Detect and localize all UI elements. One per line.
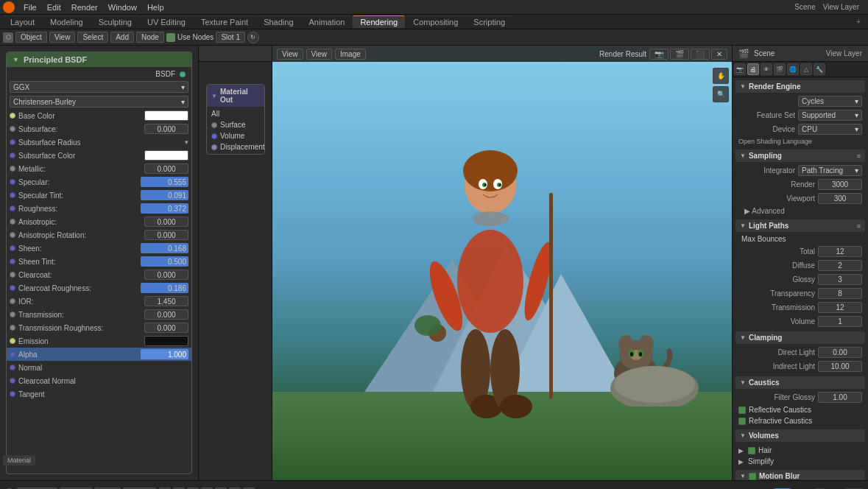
volumes-header[interactable]: ▼ Volumes — [735, 429, 865, 442]
render-btn-2[interactable]: 🎬 — [670, 49, 689, 60]
emission-color-swatch[interactable] — [144, 336, 188, 346]
prop-tab-scene[interactable]: 🎬 — [774, 63, 786, 75]
collapse-icon[interactable]: ▼ — [13, 56, 19, 63]
node-row-clearcoat-normal: Clearcoat Normal — [7, 374, 191, 387]
prop-tab-object[interactable]: △ — [800, 63, 812, 75]
subsurface-color-swatch[interactable] — [144, 150, 188, 161]
subsurface-value[interactable]: 0.000 — [144, 124, 188, 134]
device-dropdown[interactable]: CPU ▾ — [798, 124, 862, 135]
material-out-collapse[interactable]: ▼ — [211, 93, 217, 99]
view2-toolbar-btn[interactable]: View — [306, 49, 333, 60]
clamping-header[interactable]: ▼ Clamping — [735, 331, 865, 344]
subsurface-method-dropdown[interactable]: Christensen-Burley ▾ — [10, 96, 188, 108]
select-menu-btn[interactable]: Select — [77, 32, 108, 43]
refractive-checkbox[interactable] — [738, 418, 746, 425]
diffuse-value[interactable]: 2 — [818, 260, 862, 271]
advanced-label[interactable]: ▶ Advanced — [738, 207, 785, 215]
slot-dropdown[interactable]: Slot 1 — [216, 32, 245, 43]
render-btn-1[interactable]: 📷 — [649, 49, 668, 60]
volume-value[interactable]: 1 — [818, 316, 862, 327]
prop-tab-output[interactable]: 🖨 — [747, 63, 759, 75]
viewport-samples-value[interactable]: 300 — [818, 193, 862, 204]
editor-type-icon[interactable]: ⬡ — [3, 32, 13, 43]
tab-animation[interactable]: Animation — [302, 15, 353, 28]
roughness-slider[interactable]: 0.372 — [141, 203, 188, 214]
tab-rendering[interactable]: Rendering — [353, 15, 405, 28]
sampling-settings-icon[interactable]: ≡ — [857, 152, 861, 160]
transmission-value[interactable]: 12 — [818, 302, 862, 313]
sheen-slider[interactable]: 0.168 — [141, 243, 188, 253]
refresh-btn[interactable]: ↻ — [247, 32, 259, 43]
transmission-value[interactable]: 0.000 — [144, 309, 188, 320]
motion-blur-header[interactable]: ▼ Motion Blur — [735, 470, 865, 480]
glossy-value[interactable]: 3 — [818, 274, 862, 285]
prop-tab-view[interactable]: 👁 — [761, 63, 772, 75]
prop-tab-modifier[interactable]: 🔧 — [814, 63, 825, 75]
total-value[interactable]: 12 — [818, 246, 862, 257]
transparency-value[interactable]: 8 — [818, 288, 862, 299]
ior-value[interactable]: 1.450 — [144, 296, 188, 306]
specular-slider[interactable]: 0.555 — [141, 177, 188, 187]
clearcoat-roughness-slider[interactable]: 0.186 — [141, 283, 188, 293]
light-paths-settings-icon[interactable]: ≡ — [857, 222, 861, 230]
tab-uv-editing[interactable]: UV Editing — [140, 15, 193, 28]
feature-set-dropdown[interactable]: Supported ▾ — [798, 110, 862, 121]
render-btn-3[interactable]: ⬛ — [691, 49, 710, 60]
indirect-light-value[interactable]: 10.00 — [818, 361, 862, 372]
base-color-swatch[interactable] — [144, 110, 188, 121]
simplify-arrow[interactable]: ▶ — [738, 458, 744, 465]
node-menu-btn[interactable]: Node — [136, 32, 164, 43]
tab-compositing[interactable]: Compositing — [406, 15, 465, 28]
image-toolbar-btn[interactable]: Image — [335, 49, 366, 60]
render-samples-value[interactable]: 3000 — [818, 179, 862, 190]
subsurface-label: Subsurface: — [18, 125, 141, 133]
tab-sculpting[interactable]: Sculpting — [91, 15, 139, 28]
tab-layout[interactable]: Layout — [3, 15, 42, 28]
hair-arrow[interactable]: ▶ — [738, 447, 744, 454]
device-arrow: ▾ — [855, 125, 858, 133]
tab-texture-paint[interactable]: Texture Paint — [194, 15, 255, 28]
anisotropic-rotation-value[interactable]: 0.000 — [144, 230, 188, 240]
clearcoat-value[interactable]: 0.000 — [144, 270, 188, 280]
render-btn-4[interactable]: ✕ — [711, 49, 727, 60]
prop-tab-world[interactable]: 🌐 — [787, 63, 799, 75]
menu-render[interactable]: Render — [67, 1, 102, 13]
hair-checkbox[interactable] — [748, 447, 755, 454]
use-nodes-checkbox[interactable] — [166, 33, 175, 42]
view-menu-btn[interactable]: View — [49, 32, 76, 43]
transmission-roughness-value[interactable]: 0.000 — [144, 323, 188, 333]
tab-scripting[interactable]: Scripting — [466, 15, 512, 28]
menu-edit[interactable]: Edit — [43, 1, 66, 13]
view-toolbar-btn[interactable]: View — [277, 49, 303, 60]
specular-tint-slider[interactable]: 0.091 — [141, 190, 188, 200]
zoom-tool-btn[interactable]: 🔍 — [713, 86, 729, 102]
add-menu-btn[interactable]: Add — [110, 32, 134, 43]
direct-light-value[interactable]: 0.00 — [818, 347, 862, 358]
filter-glossy-value[interactable]: 1.00 — [818, 392, 862, 403]
distribution-dropdown[interactable]: GGX ▾ — [10, 81, 188, 93]
menu-window[interactable]: Window — [104, 1, 141, 13]
integrator-dropdown[interactable]: Path Tracing ▾ — [798, 165, 862, 176]
use-nodes-toggle[interactable]: Use Nodes — [166, 33, 214, 42]
alpha-slider[interactable]: 1.000 — [141, 349, 188, 359]
light-paths-header[interactable]: ▼ Light Paths ≡ — [735, 219, 865, 232]
tab-modeling[interactable]: Modeling — [43, 15, 91, 28]
sheen-tint-slider[interactable]: 0.500 — [141, 256, 188, 267]
subsurface-radius-arrow[interactable]: ▾ — [185, 138, 188, 146]
object-mode-btn[interactable]: Object — [15, 32, 47, 43]
prop-tab-render[interactable]: 📷 — [734, 63, 746, 75]
motion-blur-checkbox[interactable] — [749, 473, 756, 480]
render-engine-dropdown[interactable]: Cycles ▾ — [798, 96, 862, 107]
reflective-checkbox[interactable] — [738, 407, 746, 414]
menu-help[interactable]: Help — [143, 1, 169, 13]
render-engine-header[interactable]: ▼ Render Engine — [735, 80, 865, 93]
alpha-label: Alpha — [18, 351, 138, 359]
material-tab-label[interactable]: Material — [3, 455, 35, 465]
anisotropic-value[interactable]: 0.000 — [144, 217, 188, 227]
menu-file[interactable]: File — [19, 1, 41, 13]
tab-shading[interactable]: Shading — [256, 15, 300, 28]
cursor-tool-btn[interactable]: ✋ — [713, 68, 729, 84]
sampling-header[interactable]: ▼ Sampling ≡ — [735, 149, 865, 162]
metallic-value[interactable]: 0.000 — [144, 163, 188, 174]
caustics-header[interactable]: ▼ Caustics — [735, 376, 865, 389]
